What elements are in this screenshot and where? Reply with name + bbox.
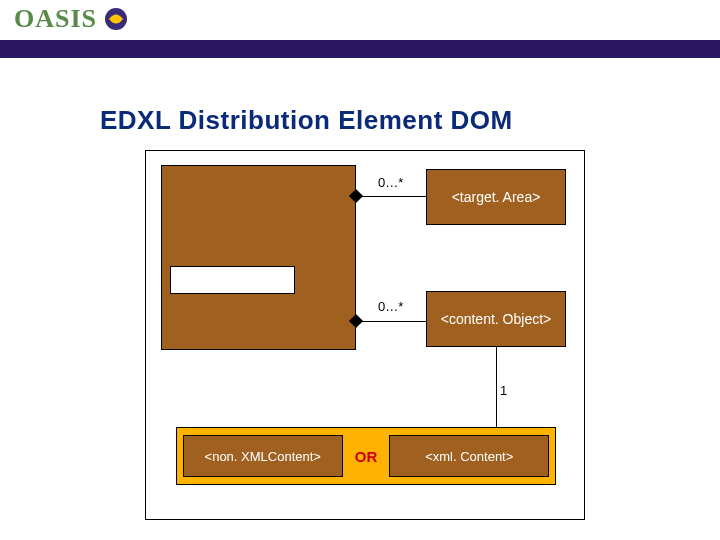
- content-choice-group: <non. XMLContent> OR <xml. Content>: [176, 427, 556, 485]
- logo-text: OASIS: [14, 4, 97, 34]
- connector-line: [356, 321, 426, 322]
- header: OASIS: [0, 0, 720, 50]
- target-area-box: <target. Area>: [426, 169, 566, 225]
- diagram-canvas: <distribution> <target. Area> <content. …: [145, 150, 585, 520]
- connector-line: [356, 196, 426, 197]
- multiplicity-label: 0…*: [378, 175, 403, 190]
- multiplicity-label: 0…*: [378, 299, 403, 314]
- or-label: OR: [349, 448, 384, 465]
- distribution-box: <distribution>: [161, 165, 356, 350]
- content-object-box: <content. Object>: [426, 291, 566, 347]
- oasis-logo: OASIS: [14, 4, 129, 34]
- logo-glyph-icon: [103, 6, 129, 32]
- header-divider-bar: [0, 40, 720, 58]
- connector-line: [496, 347, 497, 427]
- page-title: EDXL Distribution Element DOM: [100, 105, 513, 136]
- xml-content-box: <xml. Content>: [389, 435, 549, 477]
- distribution-label: <distribution>: [170, 266, 295, 294]
- non-xml-content-box: <non. XMLContent>: [183, 435, 343, 477]
- multiplicity-label: 1: [500, 383, 507, 398]
